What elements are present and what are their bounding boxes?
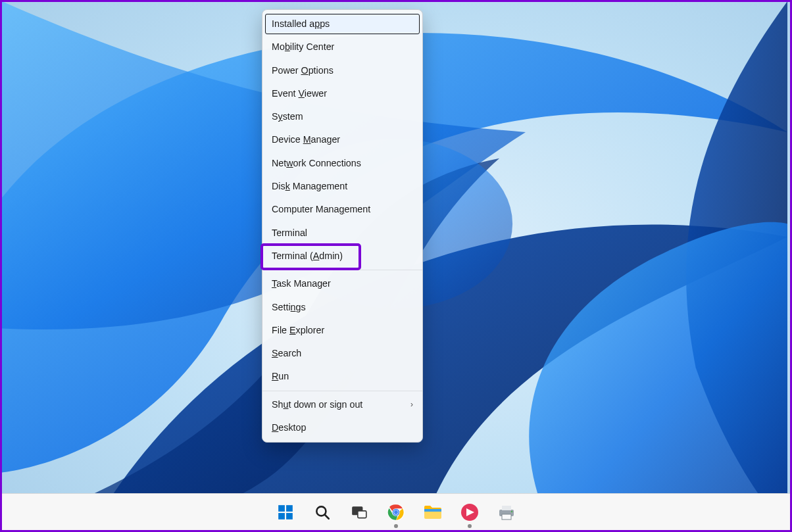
menu-item-4[interactable]: System (262, 105, 422, 128)
svg-point-22 (511, 510, 512, 512)
menu-item-label: File Explorer (272, 324, 324, 337)
menu-item-18[interactable]: Shut down or sign out› (262, 393, 422, 416)
menu-divider (262, 270, 422, 270)
menu-item-13[interactable]: Settings (262, 296, 422, 319)
taskview-icon[interactable] (347, 500, 371, 524)
menu-item-label: Network Connections (272, 157, 361, 170)
menu-item-label: Terminal (272, 227, 307, 239)
svg-rect-6 (278, 513, 285, 520)
svg-rect-5 (286, 505, 293, 512)
menu-item-5[interactable]: Device Manager (262, 128, 422, 151)
file-explorer-icon[interactable] (421, 500, 445, 524)
taskbar (2, 493, 790, 530)
svg-rect-20 (502, 506, 511, 510)
menu-item-label: System (272, 110, 303, 123)
chevron-right-icon: › (410, 399, 413, 410)
menu-item-16[interactable]: Run (262, 365, 422, 388)
svg-point-15 (394, 510, 398, 514)
menu-item-label: Installed apps (272, 18, 330, 30)
menu-item-label: Settings (272, 301, 306, 314)
printer-icon[interactable] (495, 500, 518, 524)
menu-item-2[interactable]: Power Options (262, 59, 422, 82)
menu-item-label: Task Manager (272, 278, 331, 290)
menu-item-label: Device Manager (272, 133, 340, 146)
menu-item-label: Computer Management (272, 203, 370, 216)
menu-item-10[interactable]: Terminal (Admin) (262, 245, 422, 268)
svg-rect-11 (358, 510, 366, 518)
svg-rect-17 (424, 509, 441, 512)
menu-item-8[interactable]: Computer Management (262, 198, 422, 221)
menu-item-0[interactable]: Installed apps (264, 13, 420, 35)
menu-item-14[interactable]: File Explorer (262, 319, 422, 342)
winx-context-menu: Installed appsMobility CenterPower Optio… (262, 9, 423, 443)
menu-item-label: Desktop (272, 422, 306, 434)
chrome-icon[interactable] (384, 500, 408, 524)
menu-item-19[interactable]: Desktop (262, 416, 422, 439)
menu-item-label: Terminal (Admin) (272, 250, 343, 262)
svg-rect-7 (286, 513, 293, 520)
svg-rect-21 (502, 514, 511, 520)
svg-rect-4 (278, 505, 285, 512)
menu-item-15[interactable]: Search (262, 342, 422, 365)
menu-item-label: Run (272, 370, 289, 383)
menu-item-3[interactable]: Event Viewer (262, 82, 422, 105)
menu-item-1[interactable]: Mobility Center (262, 36, 422, 59)
menu-item-label: Event Viewer (272, 87, 327, 100)
menu-item-7[interactable]: Disk Management (262, 175, 422, 198)
menu-item-9[interactable]: Terminal (262, 222, 422, 245)
pushbullet-icon[interactable] (458, 500, 482, 524)
menu-item-label: Power Options (272, 64, 334, 77)
screenshot-frame: Installed appsMobility CenterPower Optio… (0, 0, 792, 532)
svg-line-9 (325, 514, 329, 518)
menu-item-label: Search (272, 347, 301, 360)
menu-item-label: Shut down or sign out (272, 399, 362, 411)
start-icon[interactable] (274, 500, 297, 524)
menu-divider (262, 391, 422, 391)
menu-item-6[interactable]: Network Connections (262, 152, 422, 175)
search-icon[interactable] (310, 500, 334, 524)
menu-item-12[interactable]: Task Manager (262, 272, 422, 295)
menu-item-label: Disk Management (272, 180, 347, 193)
menu-item-label: Mobility Center (272, 41, 334, 53)
